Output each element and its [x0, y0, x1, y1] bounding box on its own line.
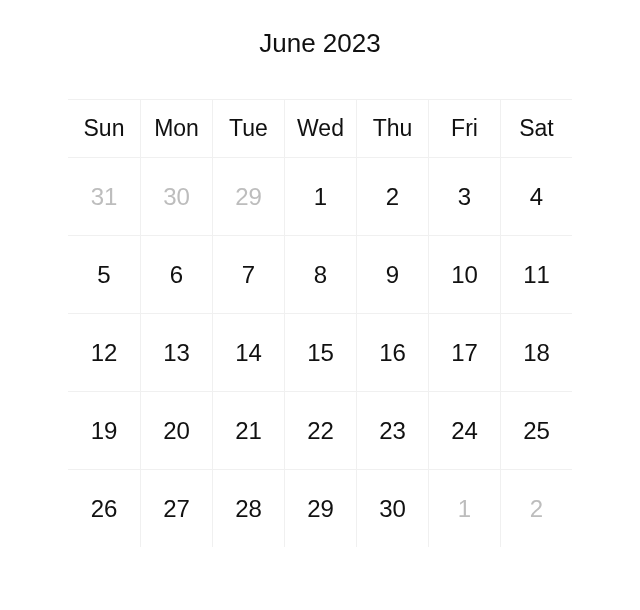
day-cell[interactable]: 20: [140, 391, 212, 469]
day-cell[interactable]: 28: [212, 469, 284, 547]
day-cell[interactable]: 3: [428, 157, 500, 235]
day-cell[interactable]: 11: [500, 235, 572, 313]
day-cell[interactable]: 9: [356, 235, 428, 313]
day-cell[interactable]: 22: [284, 391, 356, 469]
day-cell[interactable]: 30: [140, 157, 212, 235]
day-cell[interactable]: 25: [500, 391, 572, 469]
day-cell[interactable]: 24: [428, 391, 500, 469]
day-cell[interactable]: 30: [356, 469, 428, 547]
day-cell[interactable]: 6: [140, 235, 212, 313]
day-cell[interactable]: 1: [428, 469, 500, 547]
weekday-header-wed: Wed: [284, 99, 356, 157]
day-cell[interactable]: 29: [284, 469, 356, 547]
day-cell[interactable]: 27: [140, 469, 212, 547]
weekday-header-thu: Thu: [356, 99, 428, 157]
weekday-header-mon: Mon: [140, 99, 212, 157]
day-cell[interactable]: 1: [284, 157, 356, 235]
day-cell[interactable]: 19: [68, 391, 140, 469]
day-cell[interactable]: 7: [212, 235, 284, 313]
weekday-header-sat: Sat: [500, 99, 572, 157]
calendar-grid: Sun Mon Tue Wed Thu Fri Sat 31 30 29 1 2…: [68, 99, 572, 547]
weekday-header-fri: Fri: [428, 99, 500, 157]
day-cell[interactable]: 31: [68, 157, 140, 235]
day-cell[interactable]: 29: [212, 157, 284, 235]
day-cell[interactable]: 23: [356, 391, 428, 469]
day-cell[interactable]: 10: [428, 235, 500, 313]
day-cell[interactable]: 4: [500, 157, 572, 235]
day-cell[interactable]: 16: [356, 313, 428, 391]
day-cell[interactable]: 5: [68, 235, 140, 313]
weekday-header-tue: Tue: [212, 99, 284, 157]
day-cell[interactable]: 12: [68, 313, 140, 391]
day-cell[interactable]: 18: [500, 313, 572, 391]
day-cell[interactable]: 2: [356, 157, 428, 235]
day-cell[interactable]: 21: [212, 391, 284, 469]
day-cell[interactable]: 14: [212, 313, 284, 391]
weekday-header-sun: Sun: [68, 99, 140, 157]
day-cell[interactable]: 8: [284, 235, 356, 313]
day-cell[interactable]: 2: [500, 469, 572, 547]
day-cell[interactable]: 15: [284, 313, 356, 391]
day-cell[interactable]: 13: [140, 313, 212, 391]
day-cell[interactable]: 17: [428, 313, 500, 391]
calendar-title: June 2023: [259, 28, 380, 59]
day-cell[interactable]: 26: [68, 469, 140, 547]
